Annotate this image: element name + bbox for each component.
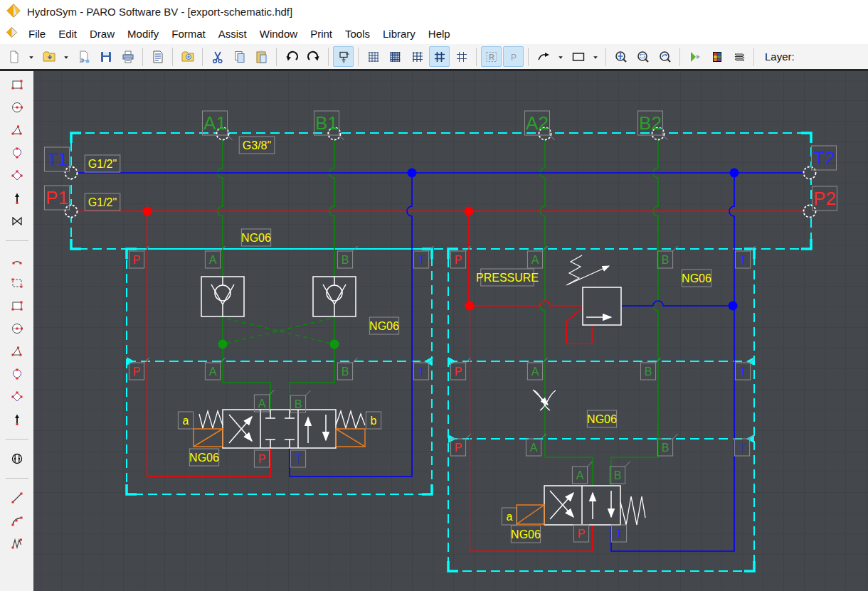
menu-item-window[interactable]: Window: [253, 26, 304, 42]
tool-rectangle-2[interactable]: [8, 297, 26, 315]
tool-polyline-2[interactable]: [8, 342, 26, 361]
tool-circle-2[interactable]: [8, 319, 26, 338]
toolbar-undo-button[interactable]: [281, 46, 302, 67]
menu-item-tools[interactable]: Tools: [339, 26, 376, 42]
canvas-label-ng06-11[interactable]: NG06: [241, 229, 271, 246]
toolbar-zoom-previous-button[interactable]: [655, 46, 675, 67]
toolbar-region-labels-button[interactable]: R: [481, 46, 502, 67]
canvas-label-g12-8[interactable]: G1/2": [85, 155, 120, 172]
canvas-label-t1-0[interactable]: T1: [44, 147, 69, 171]
menu-item-library[interactable]: Library: [376, 26, 422, 42]
grid-medium-icon: [411, 50, 425, 64]
tool-polygon-2[interactable]: [8, 388, 26, 406]
toolbar-separator: [753, 48, 754, 66]
toolbar-paste-button[interactable]: [251, 46, 272, 67]
menu-item-format[interactable]: Format: [165, 26, 212, 42]
menu-item-edit[interactable]: Edit: [52, 26, 83, 42]
toolbar-grid-sparse-button[interactable]: [451, 46, 472, 67]
menu-item-assist[interactable]: Assist: [212, 26, 253, 42]
label-text: B: [342, 366, 349, 378]
canvas-label-p1-1[interactable]: P1: [44, 186, 69, 210]
dropdown-icon: [26, 50, 36, 64]
toolbar-import-symbol-button[interactable]: [177, 46, 198, 67]
toolbar-save-button[interactable]: [95, 46, 116, 67]
canvas-label-ng06-12[interactable]: NG06: [369, 317, 399, 334]
tool-arc[interactable]: [8, 251, 26, 270]
toolbar-leader-tool-dropdown[interactable]: [555, 46, 566, 67]
draw-tri-icon: [10, 344, 24, 358]
window-title: HydroSym - PARO Software BV - [export-sc…: [27, 6, 292, 18]
tool-bowtie[interactable]: [8, 212, 26, 230]
tool-closed-arc[interactable]: [8, 144, 26, 162]
toolbar-rectangle-tool-button[interactable]: [568, 46, 588, 67]
canvas-label-ng06-15[interactable]: NG06: [587, 410, 617, 427]
menu-item-modify[interactable]: Modify: [121, 26, 165, 42]
label-text: a: [507, 511, 513, 523]
toolbar-cut-button[interactable]: [207, 46, 228, 67]
toolbar-grid-fine-button[interactable]: [363, 46, 383, 67]
toolbar-rectangle-tool-dropdown[interactable]: [590, 46, 601, 67]
tool-line[interactable]: [8, 489, 26, 507]
toolbar-zoom-extents-button[interactable]: [610, 46, 631, 67]
tool-curve[interactable]: [8, 511, 26, 530]
tool-separator: [6, 240, 28, 241]
tool-spring[interactable]: [8, 534, 26, 553]
canvas-label-g38-10[interactable]: G3/8": [239, 137, 275, 154]
toolbar-color-palette-button[interactable]: [706, 46, 727, 67]
tool-polyline[interactable]: [8, 121, 26, 139]
tool-valve-port[interactable]: [8, 449, 26, 468]
toolbar-open-dropdown[interactable]: [60, 46, 72, 67]
menu-item-help[interactable]: Help: [422, 26, 457, 42]
canvas-label-t2-2[interactable]: T2: [811, 146, 836, 170]
toolbar-new-file-button[interactable]: [4, 46, 24, 67]
toolbar-leader-tool-button[interactable]: [533, 46, 554, 67]
toolbar-open-button[interactable]: [38, 46, 59, 67]
toolbar-save-as-button[interactable]: [73, 46, 94, 67]
tool-separator: [6, 439, 28, 440]
drawing-canvas[interactable]: T1P1T2P2A1B1A2B2G1/2"G1/2"G3/8"NG06NG06P…: [33, 71, 868, 591]
check-valve-b[interactable]: [313, 277, 356, 316]
tool-dashed-rectangle[interactable]: [8, 274, 26, 292]
canvas-label-ng06-14[interactable]: NG06: [682, 270, 711, 287]
canvas-label-p2-3[interactable]: P2: [812, 186, 837, 211]
label-text: NG06: [587, 413, 617, 425]
toolbar-redo-button[interactable]: [303, 46, 324, 67]
label-text: NG06: [189, 452, 219, 464]
canvas-label-pressure-13[interactable]: PRESSURE: [476, 269, 539, 286]
toolbar-layers-button[interactable]: [729, 46, 749, 67]
toolbar-grid-large-button[interactable]: [429, 46, 450, 67]
toolbar-navigate-button[interactable]: [684, 46, 705, 67]
toolbar-symbol-snap-button[interactable]: [333, 46, 354, 67]
toolbar-print-preview-button[interactable]: [147, 46, 168, 67]
toolbar-port-labels-button[interactable]: P: [503, 46, 524, 67]
canvas-label-ng06-17[interactable]: NG06: [511, 526, 541, 543]
menu-item-print[interactable]: Print: [304, 26, 339, 42]
canvas-label-ng06-16[interactable]: NG06: [189, 449, 219, 466]
toolbar-copy-button[interactable]: [229, 46, 250, 67]
label-text: B1: [315, 112, 338, 134]
draw-shape-icon: [10, 367, 24, 381]
tool-closed-arc-2[interactable]: [8, 365, 26, 383]
toolbar-new-file-dropdown[interactable]: [26, 46, 37, 67]
toolbar-print-button[interactable]: [117, 46, 138, 67]
menu-item-file[interactable]: File: [22, 26, 52, 42]
paste-icon: [255, 50, 269, 64]
valve-circle-icon: [10, 452, 24, 466]
label-text: G3/8": [243, 139, 271, 151]
tool-polygon[interactable]: [8, 166, 26, 185]
tool-circle[interactable]: [8, 98, 26, 117]
toolbar-grid-medium-button[interactable]: [407, 46, 428, 67]
toolbar-zoom-window-button[interactable]: [633, 46, 653, 67]
menu-item-draw[interactable]: Draw: [83, 26, 121, 42]
label-text: A2: [526, 112, 549, 134]
schematic-svg[interactable]: T1P1T2P2A1B1A2B2G1/2"G1/2"G3/8"NG06NG06P…: [33, 71, 868, 591]
save-as-icon: [77, 50, 91, 64]
copy-icon: [233, 50, 247, 64]
label-text: T2: [813, 147, 835, 169]
tool-connection-pin-2[interactable]: [8, 410, 26, 429]
check-valve-a[interactable]: [201, 277, 244, 316]
canvas-label-g12-9[interactable]: G1/2": [85, 193, 120, 211]
toolbar-grid-dense-button[interactable]: [385, 46, 406, 67]
tool-rectangle[interactable]: [8, 75, 26, 94]
tool-connection-pin[interactable]: [8, 189, 26, 208]
